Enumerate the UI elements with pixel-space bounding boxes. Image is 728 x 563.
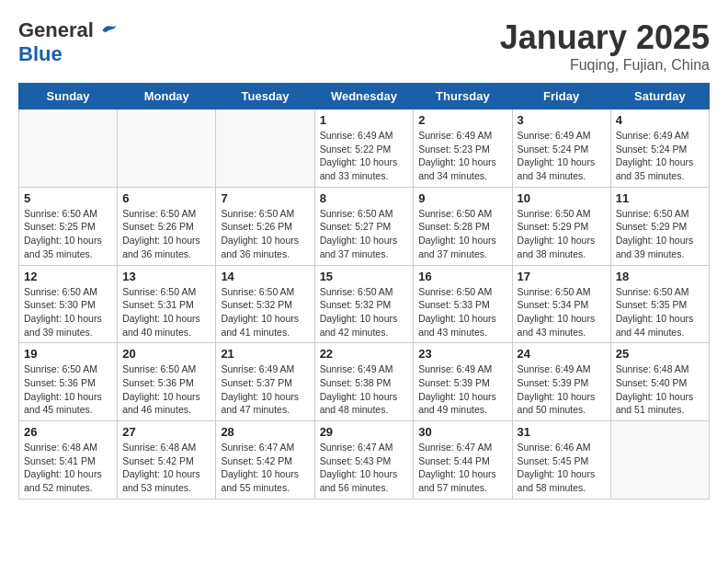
calendar-day-14: 14Sunrise: 6:50 AM Sunset: 5:32 PM Dayli… [216,265,314,343]
weekday-header-friday: Friday [512,84,610,109]
weekday-header-thursday: Thursday [414,84,512,109]
day-number: 8 [320,191,409,205]
day-number: 30 [418,425,506,439]
day-number: 18 [616,270,704,283]
day-number: 1 [320,113,409,127]
calendar-day-30: 30Sunrise: 6:47 AM Sunset: 5:44 PM Dayli… [414,421,512,500]
calendar-day-5: 5Sunrise: 6:50 AM Sunset: 5:25 PM Daylig… [19,187,118,265]
calendar-day-31: 31Sunrise: 6:46 AM Sunset: 5:45 PM Dayli… [512,421,610,500]
calendar-day-18: 18Sunrise: 6:50 AM Sunset: 5:35 PM Dayli… [610,265,709,343]
day-info: Sunrise: 6:49 AM Sunset: 5:24 PM Dayligh… [518,129,606,183]
calendar-day-10: 10Sunrise: 6:50 AM Sunset: 5:29 PM Dayli… [512,187,610,265]
day-info: Sunrise: 6:46 AM Sunset: 5:45 PM Dayligh… [518,441,606,495]
calendar-week-row: 19Sunrise: 6:50 AM Sunset: 5:36 PM Dayli… [19,343,710,421]
calendar-empty-cell [19,109,118,188]
day-info: Sunrise: 6:49 AM Sunset: 5:23 PM Dayligh… [418,129,506,183]
day-info: Sunrise: 6:48 AM Sunset: 5:42 PM Dayligh… [122,441,210,495]
day-info: Sunrise: 6:50 AM Sunset: 5:32 PM Dayligh… [320,285,409,339]
day-info: Sunrise: 6:50 AM Sunset: 5:28 PM Dayligh… [418,207,506,261]
day-info: Sunrise: 6:50 AM Sunset: 5:31 PM Dayligh… [122,285,210,339]
day-info: Sunrise: 6:49 AM Sunset: 5:24 PM Dayligh… [616,129,704,183]
calendar-day-6: 6Sunrise: 6:50 AM Sunset: 5:26 PM Daylig… [118,187,216,265]
day-number: 20 [122,347,210,361]
day-info: Sunrise: 6:49 AM Sunset: 5:39 PM Dayligh… [418,362,506,417]
day-info: Sunrise: 6:47 AM Sunset: 5:43 PM Dayligh… [320,441,409,495]
day-number: 2 [418,113,506,127]
day-info: Sunrise: 6:49 AM Sunset: 5:39 PM Dayligh… [518,362,606,417]
day-info: Sunrise: 6:50 AM Sunset: 5:32 PM Dayligh… [221,285,309,339]
weekday-header-monday: Monday [118,84,216,109]
day-number: 25 [616,347,704,361]
day-number: 15 [320,270,409,283]
day-info: Sunrise: 6:49 AM Sunset: 5:22 PM Dayligh… [320,129,409,183]
day-number: 17 [518,270,606,283]
day-number: 5 [24,191,112,205]
calendar-day-1: 1Sunrise: 6:49 AM Sunset: 5:22 PM Daylig… [314,109,414,188]
calendar-day-28: 28Sunrise: 6:47 AM Sunset: 5:42 PM Dayli… [216,421,314,500]
day-info: Sunrise: 6:50 AM Sunset: 5:27 PM Dayligh… [320,207,409,261]
day-number: 27 [122,425,210,439]
day-info: Sunrise: 6:47 AM Sunset: 5:44 PM Dayligh… [418,441,506,495]
day-info: Sunrise: 6:47 AM Sunset: 5:42 PM Dayligh… [221,441,309,495]
day-info: Sunrise: 6:50 AM Sunset: 5:36 PM Dayligh… [24,362,112,417]
weekday-header-row: SundayMondayTuesdayWednesdayThursdayFrid… [19,84,710,109]
title-block: January 2025 Fuqing, Fujian, China [500,18,710,74]
weekday-header-wednesday: Wednesday [314,84,414,109]
calendar-week-row: 5Sunrise: 6:50 AM Sunset: 5:25 PM Daylig… [19,187,710,265]
logo-blue: Blue [18,42,63,65]
calendar-day-15: 15Sunrise: 6:50 AM Sunset: 5:32 PM Dayli… [314,265,414,343]
calendar-day-16: 16Sunrise: 6:50 AM Sunset: 5:33 PM Dayli… [414,265,512,343]
day-number: 3 [518,113,606,127]
calendar-day-29: 29Sunrise: 6:47 AM Sunset: 5:43 PM Dayli… [314,421,414,500]
logo-general: General [18,18,94,41]
calendar-day-3: 3Sunrise: 6:49 AM Sunset: 5:24 PM Daylig… [512,109,610,188]
day-number: 22 [320,347,409,361]
day-info: Sunrise: 6:50 AM Sunset: 5:29 PM Dayligh… [616,207,704,261]
calendar-day-22: 22Sunrise: 6:49 AM Sunset: 5:38 PM Dayli… [314,343,414,421]
day-number: 28 [221,425,309,439]
weekday-header-sunday: Sunday [19,84,118,109]
calendar-empty-cell [610,421,709,500]
day-number: 11 [616,191,704,205]
day-info: Sunrise: 6:50 AM Sunset: 5:29 PM Dayligh… [518,207,606,261]
calendar-empty-cell [118,109,216,188]
calendar-week-row: 1Sunrise: 6:49 AM Sunset: 5:22 PM Daylig… [19,109,710,188]
day-info: Sunrise: 6:50 AM Sunset: 5:33 PM Dayligh… [418,285,506,339]
calendar-day-13: 13Sunrise: 6:50 AM Sunset: 5:31 PM Dayli… [118,265,216,343]
calendar-day-8: 8Sunrise: 6:50 AM Sunset: 5:27 PM Daylig… [314,187,414,265]
day-number: 29 [320,425,409,439]
calendar-day-19: 19Sunrise: 6:50 AM Sunset: 5:36 PM Dayli… [19,343,118,421]
logo-bird-icon [99,18,118,37]
day-number: 21 [221,347,309,361]
day-info: Sunrise: 6:50 AM Sunset: 5:35 PM Dayligh… [616,285,704,339]
page-header: General Blue January 2025 Fuqing, Fujian… [18,18,710,74]
calendar-day-25: 25Sunrise: 6:48 AM Sunset: 5:40 PM Dayli… [610,343,709,421]
day-number: 7 [221,191,309,205]
calendar-day-2: 2Sunrise: 6:49 AM Sunset: 5:23 PM Daylig… [414,109,512,188]
day-info: Sunrise: 6:50 AM Sunset: 5:26 PM Dayligh… [122,207,210,261]
calendar-day-21: 21Sunrise: 6:49 AM Sunset: 5:37 PM Dayli… [216,343,314,421]
day-number: 6 [122,191,210,205]
calendar-day-26: 26Sunrise: 6:48 AM Sunset: 5:41 PM Dayli… [19,421,118,500]
day-info: Sunrise: 6:49 AM Sunset: 5:38 PM Dayligh… [320,362,409,417]
calendar-empty-cell [216,109,314,188]
day-number: 10 [518,191,606,205]
calendar-day-11: 11Sunrise: 6:50 AM Sunset: 5:29 PM Dayli… [610,187,709,265]
calendar-day-12: 12Sunrise: 6:50 AM Sunset: 5:30 PM Dayli… [19,265,118,343]
day-info: Sunrise: 6:48 AM Sunset: 5:41 PM Dayligh… [24,441,112,495]
day-info: Sunrise: 6:50 AM Sunset: 5:25 PM Dayligh… [24,207,112,261]
day-number: 16 [418,270,506,283]
calendar-week-row: 26Sunrise: 6:48 AM Sunset: 5:41 PM Dayli… [19,421,710,500]
day-info: Sunrise: 6:50 AM Sunset: 5:26 PM Dayligh… [221,207,309,261]
calendar-day-9: 9Sunrise: 6:50 AM Sunset: 5:28 PM Daylig… [414,187,512,265]
day-number: 26 [24,425,112,439]
calendar-day-17: 17Sunrise: 6:50 AM Sunset: 5:34 PM Dayli… [512,265,610,343]
day-info: Sunrise: 6:49 AM Sunset: 5:37 PM Dayligh… [221,362,309,417]
calendar-week-row: 12Sunrise: 6:50 AM Sunset: 5:30 PM Dayli… [19,265,710,343]
day-number: 31 [518,425,606,439]
day-number: 13 [122,270,210,283]
day-number: 9 [418,191,506,205]
weekday-header-tuesday: Tuesday [216,84,314,109]
calendar-day-4: 4Sunrise: 6:49 AM Sunset: 5:24 PM Daylig… [610,109,709,188]
calendar-table: SundayMondayTuesdayWednesdayThursdayFrid… [18,83,710,500]
